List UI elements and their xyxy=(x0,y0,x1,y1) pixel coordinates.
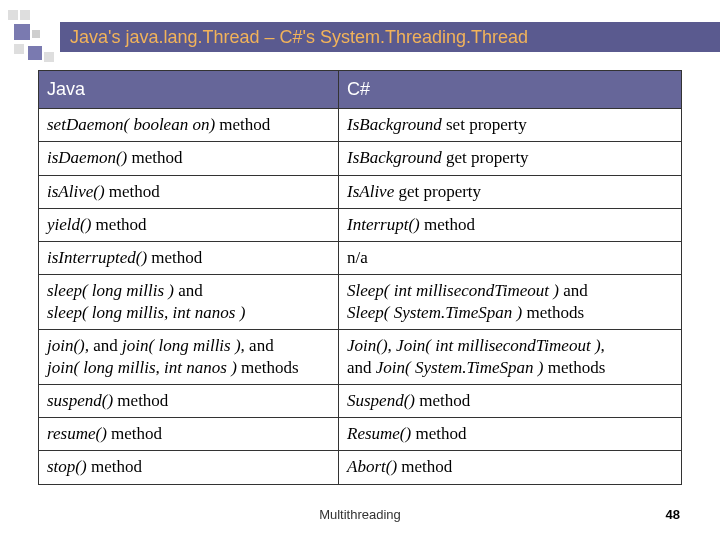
cell-java: stop() method xyxy=(39,451,339,484)
table-row: stop() methodAbort() method xyxy=(39,451,682,484)
table-row: setDaemon( boolean on) methodIsBackgroun… xyxy=(39,109,682,142)
cell-csharp: Resume() method xyxy=(339,418,682,451)
cell-csharp: IsBackground set property xyxy=(339,109,682,142)
deco-square xyxy=(28,46,42,60)
cell-java: suspend() method xyxy=(39,385,339,418)
cell-csharp: n/a xyxy=(339,241,682,274)
comparison-table: Java C# setDaemon( boolean on) methodIsB… xyxy=(38,70,682,485)
table-row: yield() methodInterrupt() method xyxy=(39,208,682,241)
slide-title: Java's java.lang.Thread – C#'s System.Th… xyxy=(70,27,528,48)
deco-square xyxy=(32,30,40,38)
table-row: suspend() methodSuspend() method xyxy=(39,385,682,418)
cell-java: resume() method xyxy=(39,418,339,451)
cell-csharp: Sleep( int millisecondTimeout ) andSleep… xyxy=(339,274,682,329)
deco-square xyxy=(20,10,30,20)
table-row: join(), and join( long millis ), andjoin… xyxy=(39,330,682,385)
table-row: isDaemon() methodIsBackground get proper… xyxy=(39,142,682,175)
table-body: setDaemon( boolean on) methodIsBackgroun… xyxy=(39,109,682,484)
corner-decoration xyxy=(0,0,60,80)
cell-csharp: IsAlive get property xyxy=(339,175,682,208)
slide: Java's java.lang.Thread – C#'s System.Th… xyxy=(0,0,720,540)
table-row: sleep( long millis ) andsleep( long mill… xyxy=(39,274,682,329)
deco-square xyxy=(14,24,30,40)
table-row: isAlive() methodIsAlive get property xyxy=(39,175,682,208)
cell-java: join(), and join( long millis ), andjoin… xyxy=(39,330,339,385)
header-csharp: C# xyxy=(339,71,682,109)
cell-csharp: IsBackground get property xyxy=(339,142,682,175)
deco-square xyxy=(8,10,18,20)
cell-java: isDaemon() method xyxy=(39,142,339,175)
header-java: Java xyxy=(39,71,339,109)
cell-csharp: Suspend() method xyxy=(339,385,682,418)
cell-csharp: Interrupt() method xyxy=(339,208,682,241)
footer-text: Multithreading xyxy=(0,507,720,522)
table-header-row: Java C# xyxy=(39,71,682,109)
cell-csharp: Join(), Join( int millisecondTimeout ),a… xyxy=(339,330,682,385)
cell-java: yield() method xyxy=(39,208,339,241)
cell-java: isInterrupted() method xyxy=(39,241,339,274)
page-number: 48 xyxy=(666,507,680,522)
cell-java: setDaemon( boolean on) method xyxy=(39,109,339,142)
cell-java: isAlive() method xyxy=(39,175,339,208)
table-row: resume() methodResume() method xyxy=(39,418,682,451)
title-bar: Java's java.lang.Thread – C#'s System.Th… xyxy=(60,22,720,52)
cell-csharp: Abort() method xyxy=(339,451,682,484)
cell-java: sleep( long millis ) andsleep( long mill… xyxy=(39,274,339,329)
deco-square xyxy=(14,44,24,54)
deco-square xyxy=(44,52,54,62)
table-row: isInterrupted() methodn/a xyxy=(39,241,682,274)
